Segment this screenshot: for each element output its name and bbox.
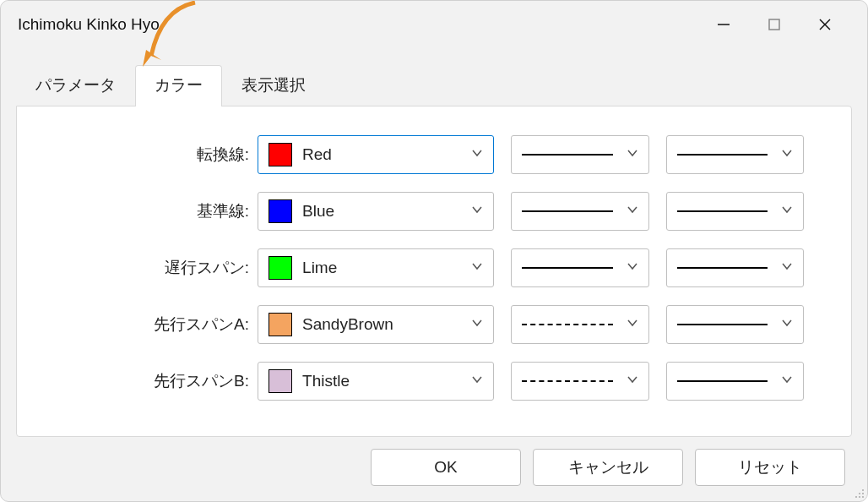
tab-display[interactable]: 表示選択 (222, 65, 325, 106)
row-label: 基準線: (47, 200, 258, 222)
line-style-preview (522, 324, 612, 325)
minimize-button[interactable] (698, 8, 749, 41)
color-name: Thistle (302, 372, 350, 390)
maximize-button[interactable] (749, 8, 800, 41)
line-width-dropdown[interactable] (666, 305, 804, 344)
color-dropdown[interactable]: Lime (258, 248, 494, 287)
svg-point-9 (862, 496, 864, 498)
color-dropdown[interactable]: Blue (258, 192, 494, 231)
reset-button[interactable]: リセット (695, 449, 845, 486)
line-width-dropdown[interactable] (666, 192, 804, 231)
line-width-preview (677, 210, 768, 212)
chevron-down-icon (781, 204, 793, 219)
svg-rect-1 (769, 19, 779, 30)
title-bar: Ichimoku Kinko Hyo (1, 1, 867, 48)
color-dropdown[interactable]: SandyBrown (258, 305, 494, 344)
line-style-dropdown[interactable] (511, 362, 648, 401)
chevron-down-icon (781, 374, 793, 389)
color-name: Red (302, 145, 332, 164)
color-swatch (269, 313, 292, 336)
settings-row: 先行スパンB: Thistle (47, 362, 821, 401)
line-style-dropdown[interactable] (511, 192, 648, 231)
color-swatch (269, 256, 292, 280)
svg-point-8 (859, 496, 860, 498)
color-name: Lime (302, 259, 337, 277)
tab-strip: パラメータ カラー 表示選択 (1, 48, 867, 106)
line-width-dropdown[interactable] (666, 135, 804, 174)
resize-grip[interactable] (851, 485, 865, 499)
chevron-down-icon (627, 260, 638, 276)
color-swatch (269, 143, 292, 166)
chevron-down-icon (627, 147, 638, 162)
color-name: Blue (302, 202, 334, 221)
row-label: 遅行スパン: (47, 257, 258, 279)
line-width-preview (677, 324, 768, 325)
chevron-down-icon (627, 374, 638, 389)
window-title: Ichimoku Kinko Hyo (18, 15, 698, 34)
close-button[interactable] (800, 8, 850, 41)
svg-point-5 (859, 493, 860, 494)
row-label: 転換線: (47, 144, 258, 166)
row-label: 先行スパンB: (47, 370, 258, 392)
color-swatch (269, 369, 292, 393)
line-width-preview (677, 154, 768, 156)
tab-panel-colors: 転換線: Red 基準線: Blue (16, 106, 852, 437)
cancel-button[interactable]: キャンセル (533, 449, 683, 486)
tab-colors[interactable]: カラー (135, 65, 222, 106)
line-style-dropdown[interactable] (511, 305, 648, 344)
line-width-preview (677, 380, 768, 382)
tab-parameters[interactable]: パラメータ (16, 65, 135, 106)
chevron-down-icon (471, 147, 483, 162)
svg-line-2 (820, 19, 830, 30)
chevron-down-icon (781, 147, 793, 162)
line-style-preview (522, 154, 612, 156)
settings-row: 遅行スパン: Lime (47, 248, 821, 287)
row-label: 先行スパンA: (47, 314, 258, 336)
line-style-preview (522, 210, 612, 212)
svg-point-7 (855, 496, 857, 498)
chevron-down-icon (471, 317, 483, 332)
chevron-down-icon (627, 317, 638, 332)
ok-button[interactable]: OK (371, 449, 521, 486)
color-swatch (269, 199, 292, 223)
line-style-preview (522, 267, 612, 269)
chevron-down-icon (471, 260, 483, 276)
settings-row: 転換線: Red (47, 135, 821, 174)
chevron-down-icon (471, 374, 483, 389)
line-style-dropdown[interactable] (511, 135, 648, 174)
svg-point-4 (862, 489, 864, 491)
line-style-dropdown[interactable] (511, 248, 648, 287)
chevron-down-icon (781, 317, 793, 332)
settings-form: 転換線: Red 基準線: Blue (47, 135, 821, 401)
dialog-footer: OK キャンセル リセット (1, 437, 867, 501)
color-name: SandyBrown (302, 315, 393, 334)
chevron-down-icon (627, 204, 638, 219)
svg-point-6 (862, 493, 864, 494)
line-width-preview (677, 267, 768, 269)
line-width-dropdown[interactable] (666, 248, 804, 287)
color-dropdown[interactable]: Thistle (258, 362, 494, 401)
chevron-down-icon (781, 260, 793, 276)
settings-row: 先行スパンA: SandyBrown (47, 305, 821, 344)
line-width-dropdown[interactable] (666, 362, 804, 401)
svg-line-3 (820, 19, 830, 30)
line-style-preview (522, 380, 612, 382)
settings-row: 基準線: Blue (47, 192, 821, 231)
chevron-down-icon (471, 204, 483, 219)
dialog-window: Ichimoku Kinko Hyo パラメータ カラー 表示選択 転換線: R… (0, 0, 868, 502)
color-dropdown[interactable]: Red (258, 135, 494, 174)
